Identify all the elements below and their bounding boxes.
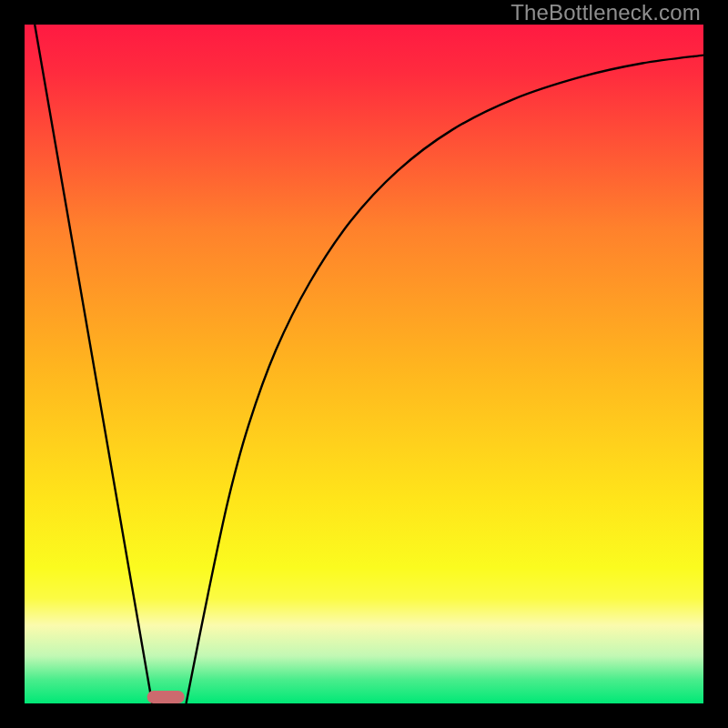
chart-svg bbox=[25, 25, 703, 703]
gradient-background bbox=[25, 25, 703, 703]
watermark-text: TheBottleneck.com bbox=[511, 0, 701, 25]
chart-frame bbox=[25, 25, 703, 703]
minimum-marker bbox=[147, 691, 185, 703]
